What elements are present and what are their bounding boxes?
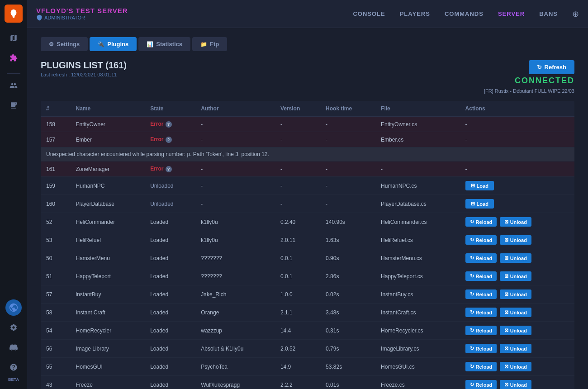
cell-file: HomesGUI.cs (375, 358, 460, 376)
unload-button[interactable]: ⊠ Unload (500, 362, 531, 371)
sidebar-icon-discord[interactable] (5, 339, 22, 356)
unload-button[interactable]: ⊠ Unload (500, 344, 531, 353)
nav-commands[interactable]: COMMANDS (445, 10, 484, 17)
unload-button[interactable]: ⊠ Unload (500, 271, 531, 281)
cell-version: 2.1.1 (275, 304, 320, 322)
cell-state: Loaded (145, 231, 195, 249)
col-num: # (41, 101, 71, 117)
cell-hooktime: - (320, 161, 375, 177)
cell-file: Freeze.cs (375, 376, 460, 389)
cell-hooktime: - (320, 132, 375, 147)
tab-statistics-label: Statistics (156, 41, 182, 47)
load-button[interactable]: ⊞ Load (465, 199, 494, 209)
state-loaded: Loaded (150, 346, 168, 352)
reload-icon: ↻ (470, 364, 474, 370)
cell-hooktime: 53.82s (320, 358, 375, 376)
table-row: 50 HamsterMenu Loaded ??????? 0.0.1 0.90… (41, 249, 574, 267)
sidebar-icon-help[interactable] (5, 359, 22, 375)
reload-button[interactable]: ↻ Reload (465, 217, 497, 227)
state-loaded: Loaded (150, 273, 168, 280)
admin-label: ADMINISTRATOR (36, 14, 128, 21)
sidebar-icon-settings[interactable] (5, 319, 22, 336)
tab-plugins[interactable]: 🔌 Plugins (90, 37, 137, 51)
nav-items: CONSOLE PLAYERS COMMANDS SERVER BANS ⊕ (353, 9, 579, 19)
cell-file: InstantBuy.cs (375, 285, 460, 304)
sidebar-icon-terminal[interactable] (5, 97, 22, 114)
cell-version: - (275, 117, 320, 132)
sidebar-icon-players[interactable] (5, 77, 22, 94)
cell-actions: - (460, 132, 574, 147)
cell-hooktime: 0.02s (320, 285, 375, 304)
cell-hooktime: - (320, 117, 375, 132)
cell-name: HumanNPC (71, 177, 145, 195)
reload-button[interactable]: ↻ Reload (465, 271, 497, 281)
tab-ftp[interactable]: 📁 Ftp (192, 37, 227, 51)
role-label: ADMINISTRATOR (44, 15, 85, 20)
main-area: VFLOYD'S TEST SERVER ADMINISTRATOR CONSO… (27, 0, 588, 389)
error-info-icon[interactable]: ? (166, 166, 172, 172)
cell-actions: ↻ Reload ⊠ Unload (460, 267, 574, 285)
sidebar-icon-plugin[interactable] (5, 50, 22, 66)
cell-file: HappyTeleport.cs (375, 267, 460, 285)
load-button[interactable]: ⊞ Load (465, 181, 494, 190)
unload-button[interactable]: ⊠ Unload (500, 326, 531, 335)
error-info-icon[interactable]: ? (166, 121, 172, 128)
refresh-button[interactable]: ↻ Refresh (529, 60, 574, 74)
cell-file: EntityOwner.cs (375, 117, 460, 132)
cell-author: k1lly0u (195, 231, 275, 249)
cell-state: Loaded (145, 285, 195, 304)
reload-button[interactable]: ↻ Reload (465, 362, 497, 371)
cell-file: PlayerDatabase.cs (375, 195, 460, 213)
cell-file: HeliRefuel.cs (375, 231, 460, 249)
reload-button[interactable]: ↻ Reload (465, 289, 497, 299)
nav-console[interactable]: CONSOLE (353, 10, 385, 17)
sidebar-icon-globe[interactable] (5, 299, 22, 316)
app-logo[interactable] (5, 5, 23, 23)
cell-state: Loaded (145, 340, 195, 358)
cell-state: Loaded (145, 358, 195, 376)
error-info-icon[interactable]: ? (166, 137, 172, 143)
reload-button[interactable]: ↻ Reload (465, 380, 497, 389)
cell-author: - (195, 161, 275, 177)
reload-icon: ↻ (470, 273, 474, 279)
reload-button[interactable]: ↻ Reload (465, 344, 497, 353)
reload-button[interactable]: ↻ Reload (465, 235, 497, 245)
unload-button[interactable]: ⊠ Unload (500, 235, 531, 245)
nav-players[interactable]: PLAYERS (400, 10, 430, 17)
nav-bans[interactable]: BANS (539, 10, 558, 17)
unload-button[interactable]: ⊠ Unload (500, 217, 531, 227)
cell-actions: - (460, 161, 574, 177)
sidebar-icon-map[interactable] (5, 30, 22, 46)
cell-hooktime: 0.79s (320, 340, 375, 358)
cell-hooktime: 2.86s (320, 267, 375, 285)
tab-statistics[interactable]: 📊 Statistics (138, 37, 190, 51)
reload-button[interactable]: ↻ Reload (465, 308, 497, 317)
unload-icon: ⊠ (504, 237, 508, 243)
unload-button[interactable]: ⊠ Unload (500, 308, 531, 317)
cell-version: 14.9 (275, 358, 320, 376)
cell-version: 2.0.52 (275, 340, 320, 358)
brand: VFLOYD'S TEST SERVER ADMINISTRATOR (36, 7, 128, 21)
cell-name: Image Library (71, 340, 145, 358)
cell-state: Loaded (145, 249, 195, 267)
state-loaded: Loaded (150, 364, 168, 370)
cell-version: - (275, 132, 320, 147)
unload-button[interactable]: ⊠ Unload (500, 253, 531, 263)
reload-icon: ↻ (470, 382, 474, 388)
state-error: Error (150, 136, 163, 142)
table-row: 159 HumanNPC Unloaded - - - HumanNPC.cs … (41, 177, 574, 195)
cell-num: 160 (41, 195, 71, 213)
cell-state: Loaded (145, 322, 195, 340)
cell-num: 53 (41, 231, 71, 249)
nav-network-icon[interactable]: ⊕ (572, 9, 579, 19)
reload-button[interactable]: ↻ Reload (465, 253, 497, 263)
nav-server[interactable]: SERVER (498, 10, 525, 17)
cell-actions: ↻ Reload ⊠ Unload (460, 340, 574, 358)
cell-name: HeliRefuel (71, 231, 145, 249)
reload-button[interactable]: ↻ Reload (465, 326, 497, 335)
tab-settings[interactable]: ⚙ Settings (41, 37, 88, 51)
unload-button[interactable]: ⊠ Unload (500, 289, 531, 299)
unload-button[interactable]: ⊠ Unload (500, 380, 531, 389)
cell-file: HomeRecycler.cs (375, 322, 460, 340)
cell-num: 157 (41, 132, 71, 147)
